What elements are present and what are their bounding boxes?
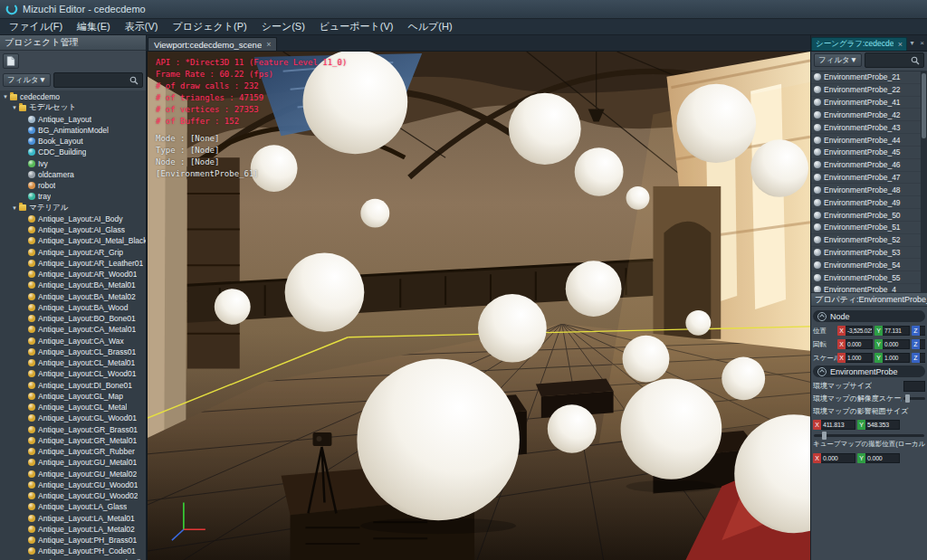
tree-item[interactable]: ▼Antique_Layout:PH_Code01 — [0, 546, 146, 556]
tree-item[interactable]: ▼Antique_Layout:AR_Leather01 — [0, 258, 146, 269]
viewport-tab-close-icon[interactable]: × — [266, 40, 271, 49]
scenegraph-item[interactable]: EnvironmentProbe_53 — [811, 247, 921, 260]
range-slider[interactable] — [814, 434, 924, 437]
project-panel-header[interactable]: プロジェクト管理 — [0, 35, 146, 51]
section-environmentprobe[interactable]: EnvironmentProbe — [813, 365, 925, 377]
project-search-input[interactable] — [54, 73, 129, 87]
tree-item[interactable]: ▼BG_AnimationModel — [0, 125, 146, 136]
tree-item[interactable]: ▼Antique_Layout:GL_Metal — [0, 402, 146, 413]
tree-item[interactable]: ▼Antique_Layout:CL_Metal01 — [0, 357, 146, 368]
x-value-field[interactable]: 1.000 — [846, 353, 873, 363]
scenegraph-item[interactable]: EnvironmentProbe_43 — [811, 121, 921, 134]
tree-item[interactable]: ▼Ivy — [0, 158, 146, 169]
tree-item[interactable]: ▼Antique_Layout:LA_Metal01 — [0, 513, 146, 524]
scenegraph-item[interactable]: EnvironmentProbe_51 — [811, 222, 921, 234]
y-value-field[interactable]: 77.131 — [883, 326, 910, 336]
panel-close-icon[interactable]: × — [917, 35, 927, 51]
tree-item[interactable]: ▼Antique_Layout:GU_Wood02 — [0, 490, 146, 501]
tree-item[interactable]: ▼Antique_Layout:AR_Wood01 — [0, 269, 146, 280]
z-value-field[interactable] — [920, 339, 925, 349]
tree-item[interactable]: ▼cedecdemo — [0, 91, 146, 102]
scenegraph-item[interactable]: EnvironmentProbe_41 — [811, 97, 921, 109]
import-asset-button[interactable] — [3, 53, 19, 69]
panel-menu-icon[interactable]: ▾ — [907, 35, 917, 51]
expander-icon[interactable]: ▼ — [11, 105, 18, 110]
tree-item[interactable]: ▼Antique_Layout:LA_Glass — [0, 501, 146, 512]
cube-x-field[interactable]: 0.000 — [821, 453, 855, 463]
tree-item[interactable]: ▼CDC_Building — [0, 147, 146, 157]
scenegraph-item[interactable]: EnvironmentProbe_4 — [811, 284, 921, 292]
project-search[interactable] — [53, 72, 143, 88]
tree-item[interactable]: ▼マテリアル — [0, 203, 146, 214]
menu-item[interactable]: シーン(S) — [254, 19, 312, 34]
scenegraph-tab[interactable]: シーングラフ:cedecdemo_scene × — [811, 37, 907, 51]
scrollbar-thumb[interactable] — [922, 73, 926, 138]
tree-item[interactable]: ▼Antique_Layout:GU_Metal01 — [0, 457, 146, 468]
tree-item[interactable]: ▼モデルセット — [0, 102, 146, 113]
z-value-field[interactable] — [920, 353, 925, 363]
scenegraph-item[interactable]: EnvironmentProbe_44 — [811, 134, 921, 147]
tree-item[interactable]: ▼Antique_Layout:AI_Glass — [0, 224, 146, 235]
scenegraph-item[interactable]: EnvironmentProbe_48 — [811, 184, 921, 196]
y-value-field[interactable]: 1.000 — [883, 353, 910, 363]
tree-item[interactable]: ▼Antique_Layout:GL_Map — [0, 391, 146, 402]
scenegraph-item[interactable]: EnvironmentProbe_45 — [811, 147, 921, 159]
scenegraph-item[interactable]: EnvironmentProbe_54 — [811, 259, 921, 271]
tree-item[interactable]: ▼Antique_Layout:GU_Wood01 — [0, 479, 146, 490]
y-value-field[interactable]: 0.000 — [883, 339, 910, 349]
envmap-scale-slider[interactable] — [903, 397, 925, 400]
tree-item[interactable]: ▼Antique_Layout:BA_Metal01 — [0, 280, 146, 290]
tree-item[interactable]: ▼Book_Layout — [0, 136, 146, 147]
range-x-field[interactable]: 411.813 — [821, 420, 855, 430]
tree-item[interactable]: ▼Antique_Layout:GR_Rubber — [0, 446, 146, 457]
scenegraph-item[interactable]: EnvironmentProbe_47 — [811, 172, 921, 185]
tree-item[interactable]: ▼robot — [0, 180, 146, 191]
envmap-size-field[interactable] — [903, 381, 925, 392]
cube-y-field[interactable]: 0.000 — [865, 453, 900, 463]
menu-item[interactable]: 編集(E) — [70, 19, 118, 34]
tree-item[interactable]: ▼Antique_Layout:GL_Wood01 — [0, 413, 146, 423]
tree-item[interactable]: ▼Antique_Layout:GR_Brass01 — [0, 424, 146, 435]
tree-item[interactable]: ▼Antique_Layout:DI_Bone01 — [0, 380, 146, 391]
z-value-field[interactable] — [920, 326, 925, 336]
tree-item[interactable]: ▼Antique_Layout:CA_Metal01 — [0, 324, 146, 335]
x-value-field[interactable]: -3,525.025 — [846, 326, 873, 336]
tree-item[interactable]: ▼Antique_Layout:CA_Wax — [0, 336, 146, 346]
menu-item[interactable]: プロジェクト(P) — [165, 19, 253, 34]
project-filter-dropdown[interactable]: フィルタ▼ — [3, 73, 51, 87]
tree-item[interactable]: ▼Antique_Layout:AI_Metal_Black — [0, 235, 146, 246]
menu-item[interactable]: 表示(V) — [118, 19, 166, 34]
tree-item[interactable]: ▼Antique_Layout:AI_Body — [0, 214, 146, 224]
scenegraph-scrollbar[interactable] — [921, 71, 927, 292]
tree-item[interactable]: ▼Antique_Layout:BO_Bone01 — [0, 313, 146, 324]
tree-item[interactable]: ▼Antique_Layout — [0, 114, 146, 125]
scenegraph-item[interactable]: EnvironmentProbe_55 — [811, 271, 921, 284]
viewport-tab[interactable]: Viewport:cedecdemo_scene × — [148, 37, 277, 51]
scenegraph-item[interactable]: EnvironmentProbe_49 — [811, 196, 921, 209]
scenegraph-item[interactable]: EnvironmentProbe_52 — [811, 234, 921, 247]
scenegraph-filter-dropdown[interactable]: フィルタ▼ — [814, 53, 862, 67]
tree-item[interactable]: ▼tray — [0, 191, 146, 202]
tree-item[interactable]: ▼Antique_Layout:GU_Metal02 — [0, 469, 146, 479]
tree-item[interactable]: ▼oldcamera — [0, 169, 146, 180]
expander-icon[interactable]: ▼ — [2, 94, 9, 100]
tree-item[interactable]: ▼Antique_Layout:PH_Metal_Silver — [0, 557, 146, 560]
section-node[interactable]: Node — [813, 310, 925, 322]
scenegraph-item[interactable]: EnvironmentProbe_50 — [811, 209, 921, 222]
menu-item[interactable]: ファイル(F) — [2, 19, 70, 34]
tree-item[interactable]: ▼Antique_Layout:GR_Metal01 — [0, 435, 146, 446]
titlebar[interactable]: Mizuchi Editor - cedecdemo — [0, 0, 927, 19]
tree-item[interactable]: ▼Antique_Layout:BA_Metal02 — [0, 291, 146, 302]
tree-item[interactable]: ▼Antique_Layout:AR_Grip — [0, 247, 146, 258]
scenegraph-search[interactable] — [865, 52, 924, 68]
tree-item[interactable]: ▼Antique_Layout:BA_Wood — [0, 302, 146, 313]
tree-item[interactable]: ▼Antique_Layout:CL_Wood01 — [0, 368, 146, 379]
scenegraph-item[interactable]: EnvironmentProbe_21 — [811, 71, 921, 84]
scenegraph-search-input[interactable] — [865, 53, 911, 67]
scenegraph-item[interactable]: EnvironmentProbe_46 — [811, 159, 921, 172]
menu-item[interactable]: ビューポート(V) — [312, 19, 401, 34]
x-value-field[interactable]: 0.000 — [846, 339, 873, 349]
tree-item[interactable]: ▼Antique_Layout:CL_Brass01 — [0, 346, 146, 357]
scenegraph-tab-close-icon[interactable]: × — [898, 40, 903, 49]
expander-icon[interactable]: ▼ — [11, 205, 18, 211]
